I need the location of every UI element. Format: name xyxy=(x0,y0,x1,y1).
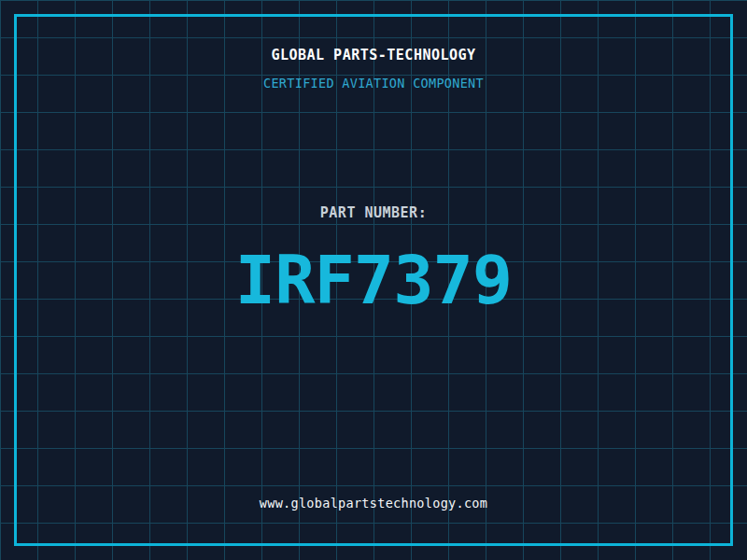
brand-subtitle: CERTIFIED AVIATION COMPONENT xyxy=(0,76,747,91)
part-number-value: IRF7379 xyxy=(0,241,747,319)
part-number-label: PART NUMBER: xyxy=(0,204,747,221)
part-card: { "brand": { "title": "GLOBAL PARTS-TECH… xyxy=(0,0,747,560)
brand-title: GLOBAL PARTS-TECHNOLOGY xyxy=(0,47,747,63)
website-url: www.globalpartstechnology.com xyxy=(0,496,747,511)
